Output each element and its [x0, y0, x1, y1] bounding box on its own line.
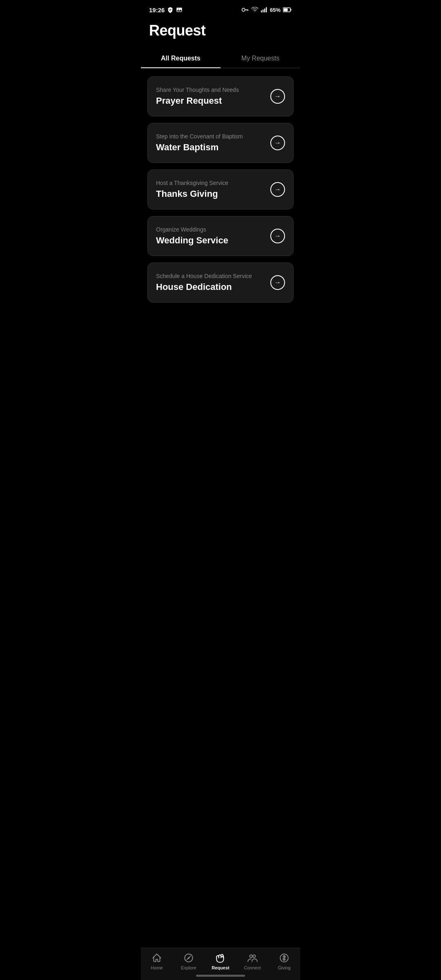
shield-icon	[167, 7, 174, 13]
water-baptism-card[interactable]: Step into the Covenant of Baptism Water …	[147, 123, 294, 163]
prayer-request-title: Prayer Request	[156, 96, 265, 106]
thanks-giving-text: Host a Thanksgiving Service Thanks Givin…	[156, 180, 265, 199]
nav-giving-label: Giving	[278, 965, 290, 970]
battery-icon	[283, 7, 292, 12]
house-dedication-card[interactable]: Schedule a House Dedication Service Hous…	[147, 263, 294, 303]
status-icons: 65%	[241, 7, 292, 13]
wedding-service-text: Organize Weddings Wedding Service	[156, 226, 265, 246]
page-title: Request	[149, 22, 292, 39]
signal-icon	[261, 7, 267, 13]
svg-point-1	[178, 9, 179, 9]
svg-point-15	[188, 958, 189, 958]
water-baptism-title: Water Baptism	[156, 142, 265, 153]
nav-explore[interactable]: Explore	[176, 952, 201, 970]
key-icon	[241, 7, 249, 13]
home-indicator	[196, 975, 245, 977]
svg-rect-6	[261, 11, 262, 13]
prayer-request-text: Share Your Thoughts and Needs Prayer Req…	[156, 87, 265, 106]
water-baptism-subtitle: Step into the Covenant of Baptism	[156, 133, 265, 140]
page-header: Request	[141, 18, 300, 39]
battery-percent: 65%	[270, 7, 281, 13]
tab-my-requests[interactable]: My Requests	[220, 49, 300, 68]
nav-explore-label: Explore	[181, 965, 196, 970]
svg-point-17	[253, 955, 256, 958]
thanks-giving-arrow[interactable]	[270, 182, 285, 197]
svg-rect-12	[284, 9, 288, 11]
status-time: 19:26	[149, 7, 165, 13]
nav-request[interactable]: Request	[208, 952, 233, 970]
water-baptism-text: Step into the Covenant of Baptism Water …	[156, 133, 265, 153]
nav-request-label: Request	[212, 965, 229, 970]
water-baptism-arrow[interactable]	[270, 136, 285, 150]
tabs-container: All Requests My Requests	[141, 49, 300, 68]
explore-icon	[183, 952, 194, 964]
thanks-giving-card[interactable]: Host a Thanksgiving Service Thanks Givin…	[147, 169, 294, 209]
svg-rect-9	[266, 7, 267, 13]
svg-rect-11	[291, 9, 292, 11]
svg-point-2	[242, 8, 245, 11]
thanks-giving-subtitle: Host a Thanksgiving Service	[156, 180, 265, 186]
nav-home-label: Home	[151, 965, 163, 970]
prayer-request-card[interactable]: Share Your Thoughts and Needs Prayer Req…	[147, 76, 294, 116]
prayer-request-subtitle: Share Your Thoughts and Needs	[156, 87, 265, 93]
nav-home[interactable]: Home	[145, 952, 169, 970]
cards-container: Share Your Thoughts and Needs Prayer Req…	[141, 68, 300, 311]
gallery-icon	[176, 7, 183, 13]
wifi-icon	[251, 7, 258, 13]
nav-connect[interactable]: Connect	[240, 952, 265, 970]
home-icon	[151, 952, 163, 964]
nav-giving[interactable]: Giving	[272, 952, 296, 970]
nav-connect-label: Connect	[244, 965, 261, 970]
svg-rect-8	[264, 9, 265, 13]
svg-point-16	[250, 955, 253, 958]
wedding-service-card[interactable]: Organize Weddings Wedding Service	[147, 216, 294, 256]
wedding-service-arrow[interactable]	[270, 229, 285, 243]
house-dedication-arrow[interactable]	[270, 275, 285, 290]
status-bar: 19:26 65%	[141, 0, 300, 18]
tab-all-requests[interactable]: All Requests	[141, 49, 220, 68]
wedding-service-subtitle: Organize Weddings	[156, 226, 265, 233]
connect-icon	[247, 952, 258, 964]
house-dedication-title: House Dedication	[156, 282, 265, 292]
wedding-service-title: Wedding Service	[156, 235, 265, 246]
prayer-request-arrow[interactable]	[270, 89, 285, 104]
house-dedication-subtitle: Schedule a House Dedication Service	[156, 273, 265, 279]
svg-rect-7	[263, 9, 263, 12]
thanks-giving-title: Thanks Giving	[156, 189, 265, 199]
request-icon	[215, 952, 226, 964]
giving-icon	[278, 952, 290, 964]
house-dedication-text: Schedule a House Dedication Service Hous…	[156, 273, 265, 292]
